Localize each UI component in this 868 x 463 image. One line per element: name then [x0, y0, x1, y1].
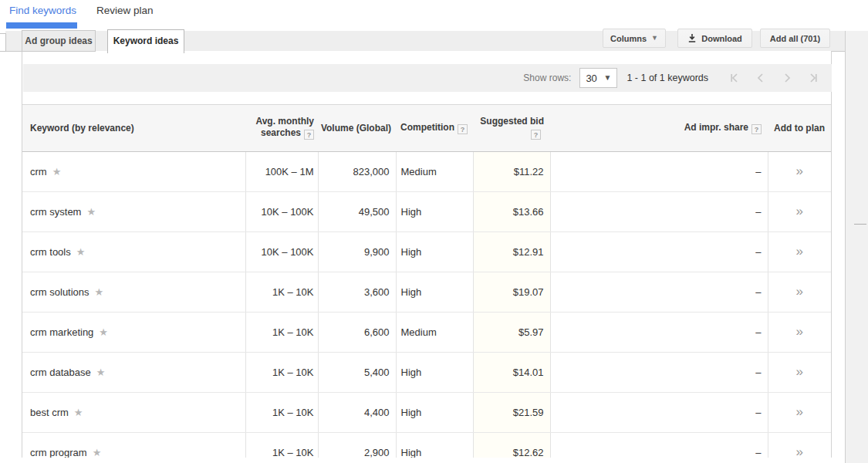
add-to-plan-button[interactable]: » — [796, 444, 803, 458]
star-icon[interactable]: ★ — [86, 206, 96, 218]
avg-searches-cell: 10K – 100K — [245, 191, 318, 231]
header-avg-monthly-searches[interactable]: Avg. monthly searches? — [245, 105, 318, 151]
add-to-plan-button[interactable]: » — [796, 404, 803, 419]
keyword-text: crm database — [30, 367, 91, 378]
avg-searches-cell: 100K – 1M — [245, 151, 318, 191]
left-panel-edge — [0, 33, 6, 52]
avg-searches-cell: 1K – 10K — [245, 432, 318, 458]
avg-searches-cell: 1K – 10K — [245, 272, 318, 312]
suggested-bid-cell: $14.01 — [473, 352, 550, 392]
header-competition[interactable]: Competition? — [396, 105, 473, 151]
first-page-icon[interactable] — [728, 72, 741, 84]
competition-cell: High — [396, 352, 473, 392]
ad-impr-share-cell: – — [550, 151, 768, 191]
keyword-ideas-table: Keyword (by relevance) Avg. monthly sear… — [22, 104, 831, 458]
add-to-plan-button[interactable]: » — [796, 244, 803, 259]
add-all-button[interactable]: Add all (701) — [760, 29, 830, 48]
table-row: crm solutions★ 1K – 10K 3,600 High $19.0… — [22, 272, 831, 312]
keyword-text: crm — [30, 166, 47, 177]
avg-searches-cell: 1K – 10K — [245, 392, 318, 432]
sidebar-resize-handle[interactable] — [854, 224, 866, 225]
ad-impr-share-cell: – — [550, 231, 768, 272]
suggested-bid-cell: $12.91 — [473, 231, 550, 272]
star-icon[interactable]: ★ — [74, 407, 83, 418]
keyword-text: crm program — [30, 447, 87, 458]
next-page-icon[interactable] — [781, 72, 793, 84]
suggested-bid-cell: $11.22 — [473, 151, 550, 191]
volume-cell: 823,000 — [318, 151, 396, 191]
suggested-bid-cell: $19.07 — [473, 272, 550, 312]
nav-find-keywords[interactable]: Find keywords — [9, 5, 76, 16]
add-to-plan-button[interactable]: » — [796, 164, 803, 178]
avg-searches-cell: 10K – 100K — [245, 231, 318, 272]
download-icon — [687, 33, 697, 43]
keyword-text: best crm — [30, 407, 69, 418]
volume-cell: 3,600 — [318, 272, 396, 312]
competition-cell: High — [396, 191, 473, 231]
suggested-bid-cell: $21.59 — [473, 392, 550, 432]
pagination-bar: Show rows: 30 ▼ 1 - 1 of 1 keywords — [23, 64, 832, 92]
nav-review-plan[interactable]: Review plan — [96, 5, 154, 16]
results-panel: Show rows: 30 ▼ 1 - 1 of 1 keywords — [22, 51, 832, 458]
competition-cell: High — [396, 392, 473, 432]
show-rows-label: Show rows: — [523, 73, 571, 83]
help-icon[interactable]: ? — [458, 124, 468, 134]
star-icon[interactable]: ★ — [99, 326, 108, 338]
add-to-plan-button[interactable]: » — [796, 324, 803, 339]
header-suggested-bid[interactable]: Suggested bid ? — [473, 105, 550, 151]
tab-keyword-ideas[interactable]: Keyword ideas — [107, 29, 184, 53]
keyword-text: crm tools — [30, 246, 71, 258]
star-icon[interactable]: ★ — [96, 367, 106, 378]
chevron-down-icon: ▼ — [651, 35, 658, 42]
competition-cell: High — [396, 231, 473, 272]
volume-cell: 6,600 — [318, 312, 396, 352]
competition-cell: Medium — [396, 312, 473, 352]
previous-page-icon[interactable] — [755, 72, 767, 84]
header-add-to-plan: Add to plan — [768, 105, 831, 151]
help-icon[interactable]: ? — [751, 124, 762, 134]
download-button[interactable]: Download — [677, 29, 752, 48]
active-nav-underline — [6, 22, 77, 29]
add-to-plan-button[interactable]: » — [796, 364, 803, 379]
star-icon[interactable]: ★ — [76, 246, 86, 258]
competition-cell: High — [396, 432, 473, 458]
header-volume-global[interactable]: Volume (Global) — [318, 105, 396, 151]
competition-cell: High — [396, 272, 473, 312]
table-row: crm★ 100K – 1M 823,000 Medium $11.22 – » — [22, 151, 831, 191]
add-all-button-label: Add all (701) — [770, 34, 820, 43]
header-keyword[interactable]: Keyword (by relevance) — [22, 105, 245, 151]
columns-button[interactable]: Columns ▼ — [603, 29, 666, 48]
star-icon[interactable]: ★ — [52, 166, 62, 177]
right-sidebar — [845, 31, 868, 463]
competition-cell: Medium — [396, 151, 473, 191]
ad-impr-share-cell: – — [550, 272, 768, 312]
keyword-text: crm solutions — [30, 286, 90, 298]
rows-per-page-value: 30 — [586, 73, 596, 84]
volume-cell: 2,900 — [318, 432, 396, 458]
ad-impr-share-cell: – — [550, 312, 768, 352]
table-row: crm marketing★ 1K – 10K 6,600 Medium $5.… — [22, 312, 831, 352]
table-row: crm program★ 1K – 10K 2,900 High $12.62 … — [22, 432, 831, 458]
table-row: crm database★ 1K – 10K 5,400 High $14.01… — [22, 352, 831, 392]
keyword-planner-page: Find keywords Review plan Ad group ideas… — [0, 0, 868, 463]
last-page-icon[interactable] — [807, 72, 819, 84]
table-header-row: Keyword (by relevance) Avg. monthly sear… — [22, 105, 831, 151]
add-to-plan-button[interactable]: » — [796, 204, 803, 218]
avg-searches-cell: 1K – 10K — [245, 352, 318, 392]
ad-impr-share-cell: – — [550, 191, 768, 231]
volume-cell: 49,500 — [318, 191, 396, 231]
star-icon[interactable]: ★ — [93, 447, 102, 458]
volume-cell: 5,400 — [318, 352, 396, 392]
ad-impr-share-cell: – — [550, 432, 768, 458]
tab-ad-group-ideas[interactable]: Ad group ideas — [22, 30, 96, 52]
help-icon[interactable]: ? — [531, 130, 541, 140]
header-ad-impr-share[interactable]: Ad impr. share? — [550, 105, 768, 151]
table-row: crm system★ 10K – 100K 49,500 High $13.6… — [22, 191, 831, 231]
chevron-down-icon: ▼ — [603, 74, 611, 82]
keyword-text: crm marketing — [30, 326, 93, 338]
star-icon[interactable]: ★ — [95, 286, 104, 298]
ad-impr-share-cell: – — [550, 352, 768, 392]
add-to-plan-button[interactable]: » — [796, 284, 803, 299]
help-icon[interactable]: ? — [304, 130, 314, 140]
rows-per-page-select[interactable]: 30 ▼ — [579, 68, 617, 88]
